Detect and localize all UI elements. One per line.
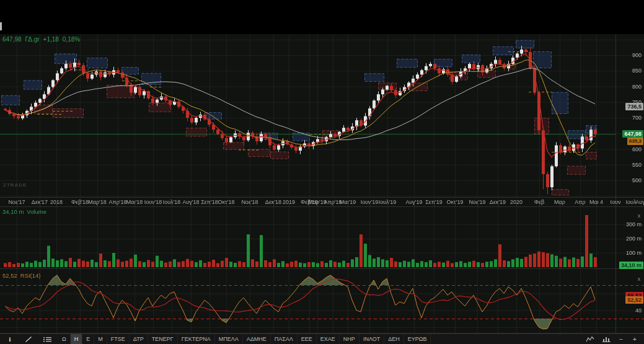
tab-ΤΕΝΕΡΓ[interactable]: ΤΕΝΕΡΓ <box>148 334 178 344</box>
time-label: Φεβ'18 <box>71 199 89 205</box>
change-percent: 0,18% <box>63 36 80 43</box>
tab-Ε[interactable]: Ε <box>82 334 94 344</box>
time-label: Αυγ <box>635 199 644 205</box>
ma-slow-price-badge: 736,5 <box>625 103 643 110</box>
toolbar-icon-group: i <box>0 334 58 344</box>
rsi-tick: 40 <box>617 307 642 314</box>
time-label: Ιουν <box>611 199 621 205</box>
volume-bars-icon[interactable] <box>601 335 611 343</box>
time-label: Απρ <box>575 199 585 205</box>
time-label: Δεκ'17 <box>32 199 48 205</box>
price-tick: 600 <box>617 146 642 152</box>
tab-ΔΕΗ[interactable]: ΔΕΗ <box>384 334 404 344</box>
info-icon[interactable]: i <box>5 335 15 343</box>
time-label: Ιουν'19 <box>361 199 379 205</box>
price-tick: 800 <box>617 84 642 90</box>
symbol-title: 647,98 ΓΔ.gr +1,18 0,18% <box>2 36 80 43</box>
last-price-badge: 647,98 <box>622 130 643 138</box>
tab-Μ[interactable]: Μ <box>94 334 107 344</box>
time-label: Μαρ <box>554 199 565 205</box>
volume-value: 34,10 m <box>2 208 24 215</box>
price-tick: 900 <box>617 52 642 58</box>
tab-ΔΤΡ[interactable]: ΔΤΡ <box>130 334 148 344</box>
time-label: Ιουλ <box>626 199 637 205</box>
time-label: Νοε'18 <box>241 199 258 205</box>
rsi-value: 52,52 <box>2 272 17 279</box>
time-label: Οκτ'19 <box>447 199 464 205</box>
line-chart-icon[interactable] <box>585 335 595 343</box>
time-label: Ιουλ'18 <box>163 199 181 205</box>
time-label: Δεκ'19 <box>490 199 506 205</box>
tab-ΝΗΡ[interactable]: ΝΗΡ <box>340 334 359 344</box>
zoom-in-button[interactable]: + <box>631 335 638 343</box>
tab-ΓΕΚΤΕΡΝΑ[interactable]: ΓΕΚΤΕΡΝΑ <box>178 334 215 344</box>
time-label: 2019 <box>283 199 295 205</box>
time-label: Ιουν'18 <box>144 199 162 205</box>
tab-ΜΠΕΛΑ[interactable]: ΜΠΕΛΑ <box>215 334 243 344</box>
time-label: Μαι 4 <box>589 199 603 205</box>
ztrade-watermark: ZTRADE <box>3 182 27 188</box>
toolbar-right-group: − + <box>585 334 644 344</box>
time-label: Αυγ'18 <box>182 199 199 205</box>
time-label: Φεβ <box>534 199 544 205</box>
tab-ΑΔΜΗΕ[interactable]: ΑΔΜΗΕ <box>243 334 271 344</box>
volume-axis-badge: 34,10 m <box>619 262 643 269</box>
trading-app-window: 647,98 ΓΔ.gr +1,18 0,18% ZTRADE 34,10 m … <box>0 0 644 344</box>
price-tick: 500 <box>617 177 642 183</box>
last-price-text: 647,98 <box>2 36 22 43</box>
ma-mid-price-badge: 635,3 <box>627 138 643 145</box>
time-label: Μαι'18 <box>126 199 143 205</box>
price-tick: 700 <box>617 115 642 121</box>
volume-tick: 300 m <box>617 221 642 227</box>
volume-panel-label: 34,10 m Volume <box>2 208 46 215</box>
symbol-name: ΓΔ.gr <box>25 36 40 43</box>
time-label: Νοε'17 <box>8 199 25 205</box>
price-tick: 550 <box>617 162 642 168</box>
collapsed-top-panel <box>0 0 644 34</box>
tab-ΙΝΛΟΤ[interactable]: ΙΝΛΟΤ <box>359 334 384 344</box>
time-label: Δεκ'18 <box>265 199 281 205</box>
time-label: 2020 <box>510 199 523 205</box>
price-tick: 850 <box>617 68 642 74</box>
watchlist-icon[interactable] <box>42 335 52 343</box>
time-label: Ιουλ'19 <box>379 199 397 205</box>
time-label: Μαι'19 <box>340 199 356 205</box>
tab-ΕΕΕ[interactable]: ΕΕΕ <box>298 334 317 344</box>
tab-Ω[interactable]: Ω <box>58 334 71 344</box>
rsi-panel-label: 52,52 RSI(14) <box>2 272 41 279</box>
zoom-out-button[interactable]: − <box>617 335 625 343</box>
rsi-panel-close-icon[interactable]: x <box>635 276 643 282</box>
tab-ΕΧΑΕ[interactable]: ΕΧΑΕ <box>317 334 340 344</box>
change-value: +1,18 <box>43 36 59 43</box>
draw-line-icon[interactable] <box>24 335 33 343</box>
bottom-toolbar: i ΩΗΕΜFTSEΔΤΡΤΕΝΕΡΓΓΕΚΤΕΡΝΑΜΠΕΛΑΑΔΜΗΕΠΑΣ… <box>0 333 644 344</box>
tab-FTSE[interactable]: FTSE <box>107 334 130 344</box>
time-label: Νοε'19 <box>469 199 485 205</box>
time-label: Απρ'18 <box>108 199 126 205</box>
volume-tick: 200 m <box>617 236 642 242</box>
rsi-value-badge: 52,52 <box>625 296 643 304</box>
volume-indicator-name: Volume <box>27 208 46 215</box>
tab-Η[interactable]: Η <box>71 334 83 344</box>
time-label: Σεπ'18 <box>201 199 218 205</box>
time-label: Μαρ'18 <box>88 199 107 205</box>
time-label: 2018 <box>50 199 63 205</box>
tab-ΕΥΡΩΒ[interactable]: ΕΥΡΩΒ <box>404 334 431 344</box>
time-label: Οκτ'18 <box>218 199 235 205</box>
volume-panel-close-icon[interactable]: x <box>635 213 643 219</box>
volume-tick: 100 m <box>617 250 642 256</box>
rsi-indicator-name: RSI(14) <box>20 272 41 279</box>
time-label: Αυγ'19 <box>405 199 422 205</box>
scrollbar-notch[interactable] <box>0 22 2 30</box>
time-label: Σεπ'19 <box>425 199 443 205</box>
tab-ΠΑΣΑΛ[interactable]: ΠΑΣΑΛ <box>271 334 298 344</box>
price-chart-canvas[interactable] <box>0 0 644 333</box>
instrument-tabs: ΩΗΕΜFTSEΔΤΡΤΕΝΕΡΓΓΕΚΤΕΡΝΑΜΠΕΛΑΑΔΜΗΕΠΑΣΑΛ… <box>58 334 431 344</box>
